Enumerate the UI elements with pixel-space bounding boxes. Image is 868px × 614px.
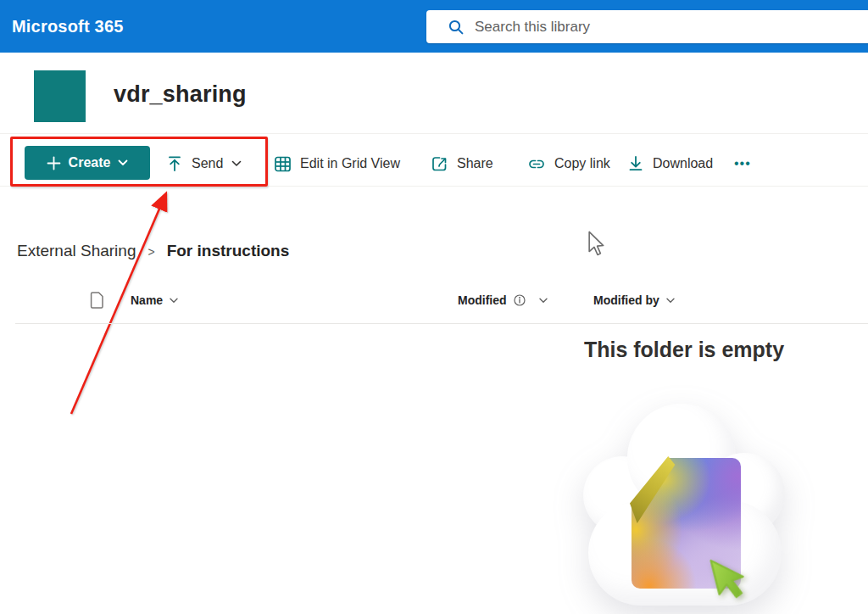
- copy-link-label: Copy link: [554, 156, 610, 171]
- create-button-label: Create: [69, 155, 111, 170]
- download-button[interactable]: Download: [627, 153, 713, 175]
- app-top-bar: Microsoft 365: [0, 0, 868, 53]
- column-header-name[interactable]: Name: [131, 288, 178, 312]
- search-box[interactable]: [426, 10, 868, 43]
- edit-in-grid-view-label: Edit in Grid View: [300, 156, 400, 171]
- chevron-down-icon: [231, 160, 242, 167]
- list-header-divider: [15, 323, 868, 324]
- breadcrumb-separator-icon: >: [147, 243, 154, 259]
- list-header-row: Name Modified Modified by: [0, 288, 868, 312]
- file-type-column-icon[interactable]: [90, 288, 105, 312]
- mouse-cursor: [587, 231, 605, 256]
- send-button-label: Send: [192, 156, 223, 171]
- upload-icon: [166, 155, 183, 172]
- chevron-down-icon: [539, 298, 548, 304]
- search-input[interactable]: [475, 19, 797, 36]
- share-label: Share: [457, 156, 493, 171]
- site-logo[interactable]: [34, 70, 86, 122]
- copy-link-button[interactable]: Copy link: [527, 153, 610, 175]
- column-modified-label: Modified: [458, 293, 507, 307]
- breadcrumb-parent[interactable]: External Sharing: [17, 242, 136, 260]
- ellipsis-icon: •••: [734, 156, 751, 171]
- search-icon: [448, 19, 465, 36]
- share-icon: [431, 155, 448, 173]
- toolbar-top-divider: [0, 133, 868, 134]
- more-commands-button[interactable]: •••: [734, 153, 751, 175]
- grid-icon: [274, 155, 292, 173]
- create-button[interactable]: Create: [25, 146, 150, 180]
- edit-in-grid-view-button[interactable]: Edit in Grid View: [274, 153, 400, 175]
- download-label: Download: [653, 156, 713, 171]
- send-button[interactable]: Send: [166, 153, 242, 175]
- site-title[interactable]: vdr_sharing: [114, 81, 247, 108]
- download-icon: [627, 155, 644, 172]
- plus-icon: [47, 156, 61, 170]
- toolbar-bottom-divider: [0, 186, 868, 187]
- chevron-down-icon: [170, 298, 178, 304]
- column-header-modified[interactable]: Modified: [458, 288, 548, 312]
- column-modified-by-label: Modified by: [593, 293, 659, 307]
- empty-folder-message: This folder is empty: [553, 338, 815, 362]
- link-icon: [527, 154, 546, 173]
- share-button[interactable]: Share: [431, 153, 493, 175]
- app-launcher-title[interactable]: Microsoft 365: [12, 0, 124, 53]
- column-header-modified-by[interactable]: Modified by: [593, 288, 675, 312]
- breadcrumb: External Sharing > For instructions: [17, 240, 289, 262]
- empty-folder-illustration: [583, 402, 785, 614]
- breadcrumb-current[interactable]: For instructions: [167, 242, 290, 260]
- chevron-down-icon: [118, 159, 128, 166]
- column-name-label: Name: [131, 293, 163, 307]
- info-icon[interactable]: [514, 294, 526, 306]
- chevron-down-icon: [666, 298, 675, 304]
